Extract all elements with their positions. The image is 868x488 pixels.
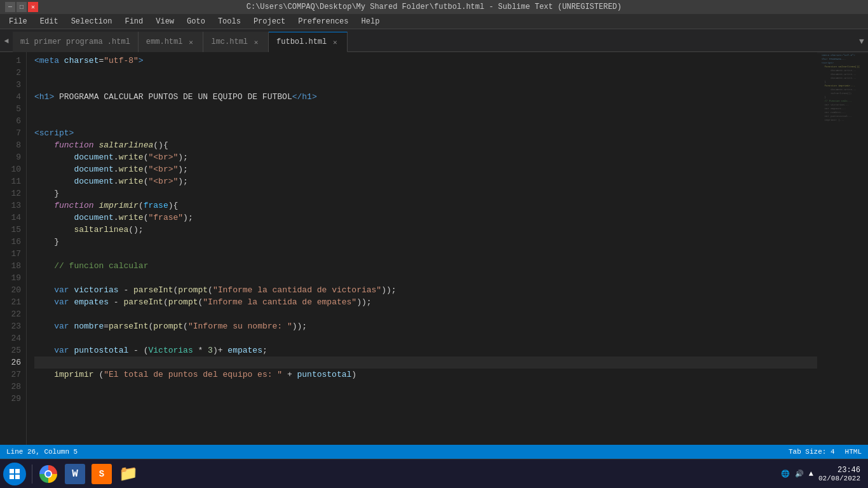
tabs-bar: ◄ mi primer programa .html emm.html ✕ lm… (0, 29, 868, 52)
tab-futbol[interactable]: futbol.html ✕ (269, 32, 348, 52)
taskbar-explorer[interactable]: 📁 (115, 461, 142, 487)
code-line-24 (34, 332, 817, 344)
code-line-11: document.write("<br>"); (34, 175, 817, 187)
menu-bar: File Edit Selection Find View Goto Tools… (0, 14, 868, 29)
code-line-15: saltarlinea(); (34, 224, 817, 236)
tab-close-emm[interactable]: ✕ (186, 37, 195, 46)
editor: 1 2 3 4 5 6 7 8 9 10 11 12 13 14 15 16 1… (0, 52, 868, 445)
tab-close-lmc[interactable]: ✕ (252, 37, 261, 46)
network-icon: 🌐 (781, 470, 790, 478)
code-line-29 (34, 393, 817, 405)
code-line-14: document.write("frase"); (34, 212, 817, 224)
minimap: <meta charset="utf-8"> <h1> PROGRAMA... … (817, 52, 868, 445)
line-num-8: 8 (0, 139, 21, 151)
line-num-11: 11 (0, 175, 21, 187)
line-num-9: 9 (0, 151, 21, 163)
maximize-button[interactable]: □ (17, 2, 27, 12)
tab-lmc[interactable]: lmc.html ✕ (203, 32, 269, 52)
menu-edit[interactable]: Edit (34, 16, 65, 27)
line-num-6: 6 (0, 115, 21, 127)
title-bar: ─ □ ✕ C:\Users\COMPAQ\Desktop\My Shared … (0, 0, 868, 14)
code-line-12: } (34, 187, 817, 200)
line-num-19: 19 (0, 272, 21, 284)
svg-rect-3 (15, 475, 20, 479)
code-line-19 (34, 272, 817, 284)
line-numbers: 1 2 3 4 5 6 7 8 9 10 11 12 13 14 15 16 1… (0, 52, 27, 445)
code-line-7: <script> (34, 127, 817, 139)
line-num-18: 18 (0, 260, 21, 272)
line-num-3: 3 (0, 79, 21, 91)
code-line-8: function saltarlinea(){ (34, 139, 817, 151)
svg-rect-2 (10, 475, 14, 479)
code-line-6 (34, 115, 817, 127)
menu-file[interactable]: File (3, 16, 34, 27)
line-num-13: 13 (0, 200, 21, 212)
code-line-22 (34, 308, 817, 320)
svg-rect-0 (10, 469, 14, 473)
window-title: C:\Users\COMPAQ\Desktop\My Shared Folder… (43, 3, 825, 11)
line-num-25: 25 (0, 344, 21, 356)
line-num-7: 7 (0, 127, 21, 139)
menu-help[interactable]: Help (355, 16, 386, 27)
tabs-dropdown[interactable]: ▼ (855, 31, 868, 51)
code-line-21: var empates - parseInt(prompt("Informe l… (34, 296, 817, 308)
code-line-23: var nombre=parseInt(prompt("Informe su n… (34, 320, 817, 332)
code-line-9: document.write("<br>"); (34, 151, 817, 163)
tab-mi-primer[interactable]: mi primer programa .html (13, 32, 139, 52)
menu-view[interactable]: View (149, 16, 180, 27)
code-area[interactable]: <meta charset="utf-8"> <h1> PROGRAMA CAL… (27, 52, 817, 445)
menu-selection[interactable]: Selection (65, 16, 119, 27)
taskbar-word[interactable]: W (62, 461, 88, 487)
code-line-17 (34, 248, 817, 260)
line-num-17: 17 (0, 248, 21, 260)
code-line-3 (34, 79, 817, 91)
status-position: Line 26, Column 5 (6, 448, 78, 456)
line-num-22: 22 (0, 308, 21, 320)
line-num-26: 26 (0, 356, 21, 369)
status-bar: Line 26, Column 5 Tab Size: 4 HTML (0, 445, 868, 459)
code-line-1: <meta charset="utf-8"> (34, 55, 817, 67)
line-num-4: 4 (0, 91, 21, 103)
clock: 23:46 02/08/2022 (818, 466, 860, 482)
close-button[interactable]: ✕ (28, 2, 38, 12)
code-line-27: imprimir ("El total de puntos del equipo… (34, 369, 817, 381)
line-num-12: 12 (0, 187, 21, 200)
taskbar-right: 🌐 🔊 ▲ 23:46 02/08/2022 (781, 466, 865, 482)
code-line-4: <h1> PROGRAMA CALCULAR PUNTOS DE UN EQUI… (34, 91, 817, 103)
line-num-27: 27 (0, 369, 21, 381)
code-line-28 (34, 381, 817, 393)
code-line-18: // funcion calcular (34, 260, 817, 272)
taskbar-chrome[interactable] (35, 461, 62, 487)
line-num-10: 10 (0, 163, 21, 175)
tabs-nav-left[interactable]: ◄ (0, 31, 13, 51)
menu-goto[interactable]: Goto (180, 16, 212, 27)
code-line-25: var puntostotal - (Victorias * 3)+ empat… (34, 344, 817, 356)
svg-rect-1 (15, 469, 20, 473)
notification-up[interactable]: ▲ (809, 470, 813, 478)
line-num-21: 21 (0, 296, 21, 308)
status-tab-size[interactable]: Tab Size: 4 (789, 448, 835, 456)
status-syntax[interactable]: HTML (845, 448, 862, 456)
minimize-button[interactable]: ─ (5, 2, 15, 12)
line-num-2: 2 (0, 67, 21, 79)
line-num-16: 16 (0, 236, 21, 248)
code-line-5 (34, 103, 817, 115)
line-num-28: 28 (0, 381, 21, 393)
menu-tools[interactable]: Tools (212, 16, 247, 27)
menu-preferences[interactable]: Preferences (292, 16, 355, 27)
taskbar: W S 📁 🌐 🔊 ▲ 23:46 02/08/2022 (0, 459, 868, 488)
menu-find[interactable]: Find (118, 16, 149, 27)
line-num-15: 15 (0, 224, 21, 236)
volume-icon: 🔊 (795, 470, 804, 478)
taskbar-sublime[interactable]: S (88, 461, 115, 487)
code-line-26 (34, 356, 817, 369)
tab-close-futbol[interactable]: ✕ (330, 37, 339, 46)
menu-project[interactable]: Project (247, 16, 292, 27)
line-num-1: 1 (0, 55, 21, 67)
tab-emm[interactable]: emm.html ✕ (139, 32, 204, 52)
line-num-20: 20 (0, 284, 21, 296)
start-button[interactable] (3, 461, 29, 487)
line-num-5: 5 (0, 103, 21, 115)
line-num-23: 23 (0, 320, 21, 332)
line-num-29: 29 (0, 393, 21, 405)
